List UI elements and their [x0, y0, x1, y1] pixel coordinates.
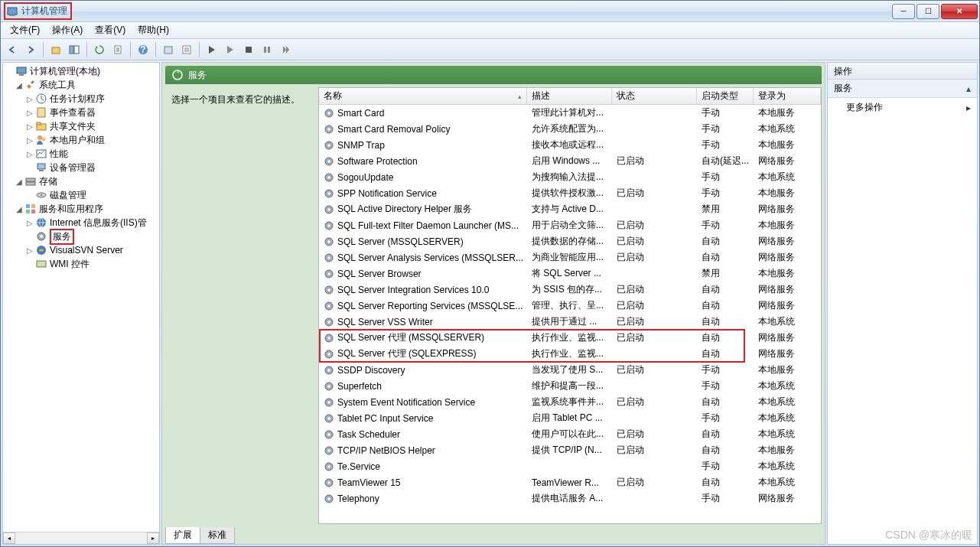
tree-shared[interactable]: ▷共享文件夹: [3, 119, 159, 133]
table-row[interactable]: SQL Server Browser将 SQL Server ...禁用本地服务: [319, 265, 821, 282]
svg-rect-36: [37, 261, 46, 267]
refresh-button[interactable]: [91, 41, 108, 58]
col-logon[interactable]: 登录为: [754, 88, 821, 104]
table-row[interactable]: Smart Card Removal Policy允许系统配置为...手动本地系…: [319, 121, 821, 137]
table-row[interactable]: SQL Server 代理 (MSSQLSERVER)执行作业、监视...已启动…: [319, 330, 821, 346]
svc-logon: 网络服务: [754, 492, 821, 505]
table-row[interactable]: SPP Notification Service提供软件授权激...已启动手动本…: [319, 185, 821, 201]
tree-root[interactable]: 计算机管理(本地): [3, 64, 159, 78]
svc-startup: 禁用: [697, 203, 754, 216]
list-button[interactable]: [178, 41, 195, 58]
col-desc[interactable]: 描述: [527, 88, 612, 104]
table-row[interactable]: SQL Server Analysis Services (MSSQLSER..…: [319, 249, 821, 265]
back-button[interactable]: [4, 41, 21, 58]
tree-services[interactable]: 服务: [3, 230, 159, 243]
scroll-track[interactable]: [15, 532, 147, 544]
table-row[interactable]: SQL Active Directory Helper 服务支持与 Active…: [319, 201, 821, 217]
tree-tasksched[interactable]: ▷任务计划程序: [3, 92, 159, 106]
tree-view[interactable]: 计算机管理(本地) ◢系统工具 ▷任务计划程序 ▷事件查看器 ▷共享文件夹 ▷本…: [3, 63, 159, 532]
svc-logon: 网络服务: [754, 299, 821, 312]
close-button[interactable]: ✕: [941, 4, 978, 19]
table-row[interactable]: Telephony提供电话服务 A...手动网络服务: [319, 490, 821, 506]
menu-file[interactable]: 文件(F): [4, 22, 46, 38]
maximize-button[interactable]: ☐: [917, 4, 939, 19]
export-button[interactable]: [109, 41, 126, 58]
menu-action[interactable]: 操作(A): [46, 22, 89, 38]
table-row[interactable]: TeamViewer 15TeamViewer R...已启动自动本地系统: [319, 474, 821, 490]
pause-button[interactable]: [259, 41, 275, 58]
folder-icon: [35, 120, 47, 132]
play-button[interactable]: [222, 41, 239, 58]
table-row[interactable]: SNMP Trap接收本地或远程...手动本地服务: [319, 137, 821, 153]
table-row[interactable]: Superfetch维护和提高一段...手动本地系统: [319, 378, 821, 394]
tab-standard[interactable]: 标准: [200, 527, 235, 544]
show-hide-button[interactable]: [66, 41, 83, 58]
col-startup[interactable]: 启动类型: [697, 88, 754, 104]
tree-users[interactable]: ▷本地用户和组: [3, 133, 159, 147]
up-button[interactable]: [47, 41, 64, 58]
svg-rect-12: [268, 47, 270, 53]
table-row[interactable]: Software Protection启用 Windows ...已启动自动(延…: [319, 153, 821, 169]
svc-startup: 自动: [697, 428, 754, 441]
toolbar-separator: [43, 42, 44, 57]
svg-point-39: [327, 112, 330, 115]
restart-button[interactable]: [277, 41, 294, 58]
svc-name: SQL Server (MSSQLSERVER): [337, 236, 464, 247]
table-row[interactable]: SQL Server 代理 (SQLEXPRESS)执行作业、监视...自动网络…: [319, 346, 821, 362]
title-bar: 计算机管理 ─ ☐ ✕: [1, 1, 979, 22]
scroll-right-icon[interactable]: ▸: [147, 532, 159, 544]
table-row[interactable]: System Event Notification Service监视系统事件并…: [319, 394, 821, 410]
actions-more[interactable]: 更多操作 ▸: [828, 98, 977, 117]
tree-eventviewer[interactable]: ▷事件查看器: [3, 106, 159, 119]
svg-rect-25: [26, 182, 35, 185]
table-row[interactable]: Smart Card管理此计算机对...手动本地服务: [319, 105, 821, 121]
tree-storage[interactable]: ◢存储: [3, 174, 159, 188]
svc-desc: 提供 TCP/IP (N...: [527, 444, 612, 457]
properties-button[interactable]: [160, 41, 177, 58]
table-row[interactable]: SogouUpdate为搜狗输入法提...手动本地系统: [319, 169, 821, 185]
tree-visualsvn[interactable]: ▷VisualSVN Server: [3, 243, 159, 257]
window-title: 计算机管理: [21, 5, 67, 18]
help-button[interactable]: ?: [135, 41, 151, 58]
table-row[interactable]: SQL Server Integration Services 10.0为 SS…: [319, 282, 821, 298]
table-row[interactable]: SQL Full-text Filter Daemon Launcher (MS…: [319, 217, 821, 233]
table-row[interactable]: SSDP Discovery当发现了使用 S...已启动手动本地服务: [319, 362, 821, 378]
tree-iis[interactable]: ▷Internet 信息服务(IIS)管: [3, 216, 159, 230]
tree-systools[interactable]: ◢系统工具: [3, 78, 159, 92]
menu-view[interactable]: 查看(V): [89, 22, 132, 38]
table-row[interactable]: Tablet PC Input Service启用 Tablet PC ...手…: [319, 410, 821, 426]
tree-devmgr[interactable]: 设备管理器: [3, 161, 159, 174]
tree-pane: 计算机管理(本地) ◢系统工具 ▷任务计划程序 ▷事件查看器 ▷共享文件夹 ▷本…: [2, 62, 160, 545]
gear-icon: [324, 285, 334, 295]
minimize-button[interactable]: ─: [892, 4, 915, 19]
gear-icon: [324, 365, 334, 376]
table-row[interactable]: Te.Service手动本地系统: [319, 458, 821, 474]
start-button[interactable]: [203, 41, 220, 58]
tree-svcapps[interactable]: ◢服务和应用程序: [3, 202, 159, 216]
svg-rect-3: [70, 46, 73, 54]
stop-button[interactable]: [240, 41, 257, 58]
tree-hscroll[interactable]: ◂ ▸: [3, 532, 159, 544]
table-row[interactable]: Task Scheduler使用户可以在此...已启动自动本地系统: [319, 426, 821, 442]
tree-perf[interactable]: ▷性能: [3, 147, 159, 161]
col-status[interactable]: 状态: [612, 88, 697, 104]
actions-services[interactable]: 服务 ▴: [828, 80, 977, 98]
table-row[interactable]: SQL Server VSS Writer提供用于通过 ...已启动自动本地系统: [319, 314, 821, 330]
svg-point-65: [327, 321, 330, 324]
menu-help[interactable]: 帮助(H): [132, 22, 175, 38]
services-heading-bar: 服务: [165, 66, 822, 84]
svg-rect-16: [37, 108, 45, 117]
svc-logon: 本地服务: [754, 444, 821, 457]
table-row[interactable]: TCP/IP NetBIOS Helper提供 TCP/IP (N...已启动自…: [319, 442, 821, 458]
tree-diskmgr[interactable]: 磁盘管理: [3, 188, 159, 202]
col-name[interactable]: 名称▴: [319, 88, 527, 104]
forward-button[interactable]: [22, 41, 39, 58]
list-rows[interactable]: Smart Card管理此计算机对...手动本地服务Smart Card Rem…: [319, 105, 821, 523]
tree-wmi[interactable]: WMI 控件: [3, 257, 159, 271]
svc-desc: 启用 Tablet PC ...: [527, 412, 612, 425]
scroll-left-icon[interactable]: ◂: [3, 532, 15, 544]
tab-extended[interactable]: 扩展: [165, 527, 200, 544]
table-row[interactable]: SQL Server (MSSQLSERVER)提供数据的存储...已启动自动网…: [319, 233, 821, 249]
table-row[interactable]: SQL Server Reporting Services (MSSQLSE..…: [319, 298, 821, 314]
svg-point-85: [327, 481, 330, 484]
